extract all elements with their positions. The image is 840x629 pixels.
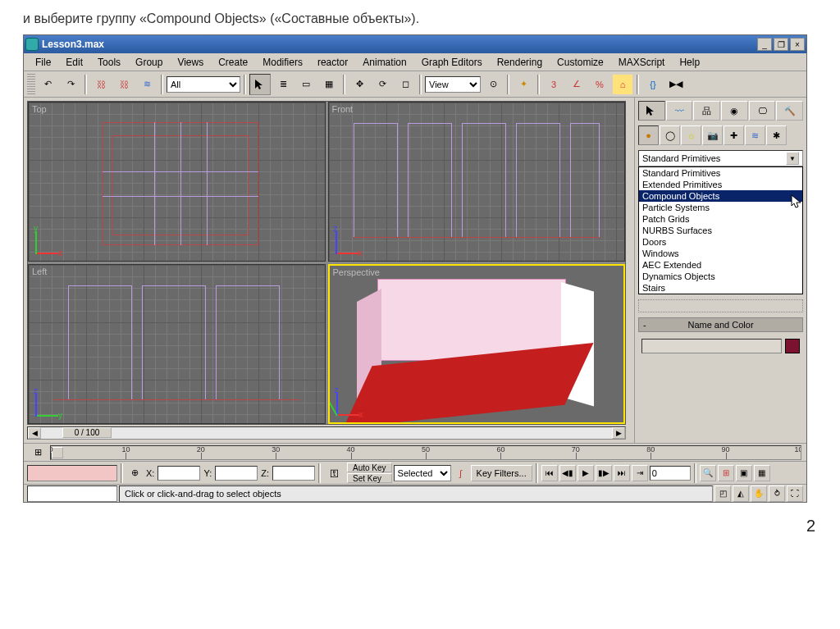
menu-help[interactable]: Help: [673, 55, 706, 70]
menu-graph-editors[interactable]: Graph Editors: [415, 55, 489, 70]
menu-create[interactable]: Create: [212, 55, 254, 70]
zoom-all-button[interactable]: ⊞: [718, 465, 734, 481]
goto-start-button[interactable]: ⏮: [541, 465, 558, 481]
selection-set-dropdown[interactable]: All: [167, 76, 240, 93]
key-filter-scope-dropdown[interactable]: Selected: [394, 465, 451, 481]
object-name-input[interactable]: [641, 339, 782, 353]
viewport-top[interactable]: Top xy: [28, 102, 326, 262]
dropdown-item-standard-primitives[interactable]: Standard Primitives: [639, 167, 802, 179]
move-button[interactable]: ✥: [349, 74, 370, 95]
y-coord-input[interactable]: [215, 466, 258, 481]
menu-animation[interactable]: Animation: [356, 55, 413, 70]
dropdown-item-aec-extended[interactable]: AEC Extended: [639, 259, 802, 271]
maximize-viewport-button[interactable]: ⛶: [787, 485, 803, 502]
dropdown-item-particle-systems[interactable]: Particle Systems: [639, 202, 802, 213]
scroll-right-button[interactable]: ▶: [612, 427, 625, 439]
rollout-name-and-color[interactable]: - Name and Color: [638, 317, 803, 332]
angle-snap-button[interactable]: ∠: [566, 74, 587, 95]
tab-modify[interactable]: 〰: [666, 101, 693, 121]
region-zoom-button[interactable]: ◰: [714, 485, 731, 502]
category-helpers[interactable]: ✚: [724, 125, 744, 145]
key-mode-button[interactable]: ⚿: [324, 465, 345, 481]
time-ruler[interactable]: 0102030405060708090100: [50, 445, 801, 460]
menu-maxscript[interactable]: MAXScript: [612, 55, 672, 70]
zoom-extents-button[interactable]: ▣: [736, 465, 752, 481]
dropdown-item-dynamics-objects[interactable]: Dynamics Objects: [639, 271, 802, 282]
pan-button[interactable]: ✋: [751, 485, 767, 502]
category-cameras[interactable]: 📷: [702, 125, 723, 145]
link-button[interactable]: ⛓: [90, 74, 112, 95]
play-button[interactable]: ▶: [578, 465, 594, 481]
scale-button[interactable]: ◻: [395, 74, 416, 95]
menu-tools[interactable]: Tools: [91, 55, 127, 70]
maximize-button[interactable]: ❐: [774, 38, 788, 51]
dropdown-item-patch-grids[interactable]: Patch Grids: [639, 213, 802, 225]
close-button[interactable]: ×: [790, 38, 805, 51]
dropdown-item-stairs[interactable]: Stairs: [639, 282, 802, 294]
fov-button[interactable]: ◭: [733, 485, 749, 502]
viewport-left[interactable]: Left yz: [28, 264, 326, 424]
lock-selection-button[interactable]: ⊕: [126, 465, 143, 481]
prev-frame-button[interactable]: ◀▮: [559, 465, 576, 481]
dropdown-item-windows[interactable]: Windows: [639, 248, 802, 259]
timeline-config-button[interactable]: ⊞: [29, 445, 47, 460]
minimize-button[interactable]: _: [757, 38, 772, 51]
setkey-button[interactable]: Set Key: [347, 473, 392, 483]
autokey-button[interactable]: Auto Key: [347, 463, 392, 472]
menu-rendering[interactable]: Rendering: [491, 55, 549, 70]
category-geometry[interactable]: ●: [638, 125, 659, 145]
manipulate-button[interactable]: ✦: [513, 74, 534, 95]
viewport-front[interactable]: Front xz: [328, 102, 626, 262]
tab-motion[interactable]: ◉: [721, 101, 748, 121]
bind-spacewarp-button[interactable]: ≋: [136, 74, 158, 95]
tab-display[interactable]: 🖵: [749, 101, 776, 121]
category-spacewarps[interactable]: ≋: [745, 125, 765, 145]
menu-group[interactable]: Group: [129, 55, 169, 70]
menu-edit[interactable]: Edit: [59, 55, 89, 70]
menu-customize[interactable]: Customize: [550, 55, 610, 70]
time-slider-thumb[interactable]: 0 / 100: [62, 427, 112, 438]
percent-snap-button[interactable]: %: [589, 74, 610, 95]
zoom-extents-all-button[interactable]: ▦: [754, 465, 770, 481]
menu-modifiers[interactable]: Modifiers: [256, 55, 309, 70]
dropdown-item-extended-primitives[interactable]: Extended Primitives: [639, 179, 802, 190]
menu-views[interactable]: Views: [171, 55, 210, 70]
zoom-button[interactable]: 🔍: [700, 465, 716, 481]
viewport-perspective[interactable]: Perspective xz: [328, 264, 626, 424]
time-scrollbar[interactable]: ◀ 0 / 100 ▶: [27, 426, 626, 440]
menu-reactor[interactable]: reactor: [311, 55, 354, 70]
redo-button[interactable]: ↷: [60, 74, 81, 95]
scroll-track[interactable]: 0 / 100: [41, 427, 612, 439]
object-color-swatch[interactable]: [785, 339, 800, 353]
menu-file[interactable]: File: [29, 55, 57, 70]
spinner-snap-button[interactable]: ⌂: [612, 74, 633, 95]
dropdown-item-compound-objects[interactable]: Compound Objects: [639, 190, 802, 202]
goto-end-button[interactable]: ⏭: [614, 465, 630, 481]
next-frame-button[interactable]: ▮▶: [596, 465, 612, 481]
tab-utilities[interactable]: 🔨: [776, 101, 803, 121]
undo-button[interactable]: ↶: [37, 74, 58, 95]
dropdown-item-doors[interactable]: Doors: [639, 236, 802, 248]
tab-create[interactable]: [638, 101, 665, 121]
arc-rotate-button[interactable]: ⥁: [769, 485, 785, 502]
z-coord-input[interactable]: [272, 466, 315, 481]
dropdown-item-nurbs-surfaces[interactable]: NURBS Surfaces: [639, 225, 802, 236]
script-listener-field[interactable]: [27, 485, 117, 502]
select-by-name-button[interactable]: ≣: [272, 74, 294, 95]
time-slider-handle[interactable]: [52, 447, 63, 458]
category-shapes[interactable]: ◯: [660, 125, 680, 145]
named-sel-button[interactable]: {}: [642, 74, 664, 95]
key-tangent-button[interactable]: ∫: [453, 465, 469, 481]
rotate-button[interactable]: ⟳: [372, 74, 393, 95]
snap-toggle-button[interactable]: 3: [543, 74, 564, 95]
window-crossing-button[interactable]: ▦: [318, 74, 340, 95]
ref-coord-dropdown[interactable]: View: [425, 76, 481, 93]
key-filters-button[interactable]: Key Filters...: [471, 465, 532, 481]
tab-hierarchy[interactable]: 品: [693, 101, 720, 121]
x-coord-input[interactable]: [158, 466, 200, 481]
select-object-button[interactable]: [249, 74, 271, 95]
select-region-button[interactable]: ▭: [295, 74, 317, 95]
category-lights[interactable]: ☼: [681, 125, 701, 145]
unlink-button[interactable]: ⛓: [113, 74, 135, 95]
current-frame-input[interactable]: [650, 466, 691, 481]
